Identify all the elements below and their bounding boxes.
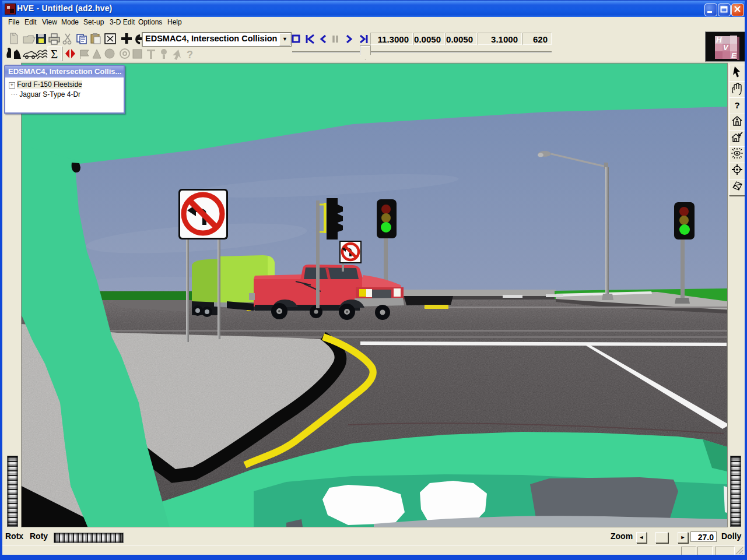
svg-text:E: E: [731, 51, 737, 60]
svg-text:H: H: [716, 36, 722, 44]
svg-text:V: V: [723, 43, 729, 52]
svg-text:Σ: Σ: [51, 47, 58, 61]
svg-text:?: ?: [187, 49, 193, 61]
